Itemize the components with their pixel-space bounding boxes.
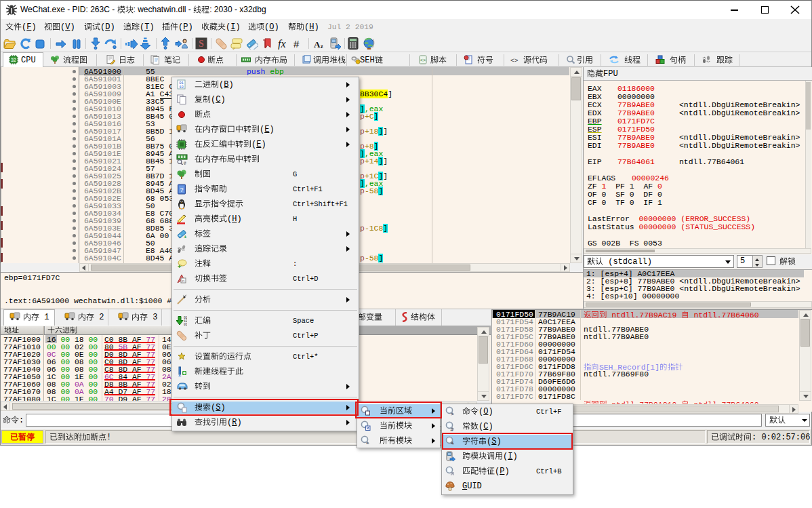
svg-text:#: # — [451, 427, 454, 433]
svg-text:<>: <> — [510, 57, 519, 64]
svg-text:*: * — [366, 441, 368, 447]
svg-text:+: + — [178, 263, 181, 269]
svg-text:S: S — [199, 39, 204, 49]
svg-text:10: 10 — [179, 85, 184, 90]
svg-text:+: + — [184, 234, 187, 239]
svg-text:01: 01 — [184, 323, 187, 326]
svg-text:n: n — [182, 279, 184, 283]
svg-text:@: @ — [184, 161, 186, 165]
svg-text:#: # — [293, 38, 300, 50]
svg-text:?: ? — [180, 187, 183, 193]
svg-text:z: z — [321, 43, 323, 50]
svg-text:A: A — [314, 39, 321, 50]
svg-text:<>: <> — [420, 58, 426, 63]
svg-text:32: 32 — [11, 58, 16, 62]
svg-text:fx: fx — [278, 38, 286, 50]
svg-text:>: > — [451, 412, 453, 416]
